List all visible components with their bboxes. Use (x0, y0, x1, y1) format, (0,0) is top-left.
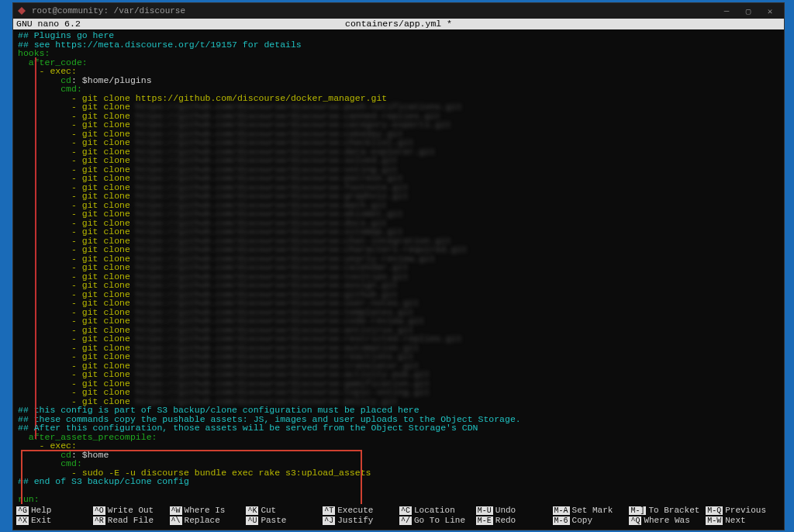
margin-indicator (35, 57, 36, 439)
editor-name: GNU nano 6.2 (16, 19, 171, 29)
app-icon (16, 5, 27, 16)
comment-line: ## end of S3 backup/clone config (18, 477, 779, 486)
shortcut-copy[interactable]: M-6Copy (553, 516, 628, 525)
shortcut-go-to-line[interactable]: ^/Go To Line (399, 516, 475, 525)
titlebar[interactable]: root@community: /var/discourse — ▢ ✕ (13, 3, 784, 19)
shortcut-where-is[interactable]: ^WWhere Is (170, 506, 245, 515)
yaml-list: - exec: (18, 441, 779, 451)
editor-content[interactable]: ## Plugins go here ## see https://meta.d… (13, 29, 784, 504)
yaml-key: cmd: (18, 459, 779, 468)
git-clone-list: - git clone https://github.com/discourse… (18, 102, 779, 406)
yaml-key: after_assets_precompile: (18, 433, 779, 442)
shortcut-location[interactable]: ^CLocation (399, 506, 475, 515)
comment-line: ## After this configuration, those asset… (18, 423, 779, 433)
shortcut-where-was[interactable]: ^QWhere Was (629, 516, 704, 525)
editor-filename: containers/app.yml * (171, 19, 626, 29)
nano-header: GNU nano 6.2 containers/app.yml * (13, 19, 784, 29)
svg-marker-0 (18, 7, 26, 15)
shortcut-undo[interactable]: M-UUndo (476, 506, 551, 515)
shortcut-previous[interactable]: M-QPrevious (706, 506, 781, 515)
shortcut-exit[interactable]: ^XExit (16, 516, 91, 525)
shortcut-cut[interactable]: ^KCut (246, 506, 321, 515)
yaml-key: hooks: (18, 49, 779, 58)
yaml-key: run: (18, 495, 779, 504)
window-title: root@community: /var/discourse (32, 6, 185, 16)
yaml-key: after_code: (18, 58, 779, 67)
comment-line: ## Plugins go here (18, 31, 779, 40)
minimize-button[interactable]: — (716, 6, 737, 16)
shortcut-justify[interactable]: ^JJustify (323, 516, 398, 525)
shortcut-help[interactable]: ^GHelp (16, 506, 91, 515)
shortcut-next[interactable]: M-WNext (706, 516, 781, 525)
shortcut-redo[interactable]: M-ERedo (476, 516, 551, 525)
close-button[interactable]: ✕ (759, 6, 781, 16)
shortcut-replace[interactable]: ^\Replace (170, 516, 245, 525)
terminal-window: root@community: /var/discourse — ▢ ✕ GNU… (12, 2, 785, 530)
shortcut-paste[interactable]: ^UPaste (246, 516, 321, 525)
shortcut-execute[interactable]: ^TExecute (323, 506, 398, 515)
comment-line: ## see https://meta.discourse.org/t/1915… (18, 40, 779, 50)
maximize-button[interactable]: ▢ (737, 6, 759, 16)
shortcut-read-file[interactable]: ^RRead File (93, 516, 168, 525)
shortcut-to-bracket[interactable]: M-]To Bracket (629, 506, 704, 515)
comment-line: ## this config is part of S3 backup/clon… (18, 406, 779, 415)
shortcut-set-mark[interactable]: M-ASet Mark (553, 506, 628, 515)
shortcut-write-out[interactable]: ^OWrite Out (93, 506, 168, 515)
nano-shortcuts: ^GHelp^OWrite Out^WWhere Is^KCut^TExecut… (13, 504, 784, 530)
